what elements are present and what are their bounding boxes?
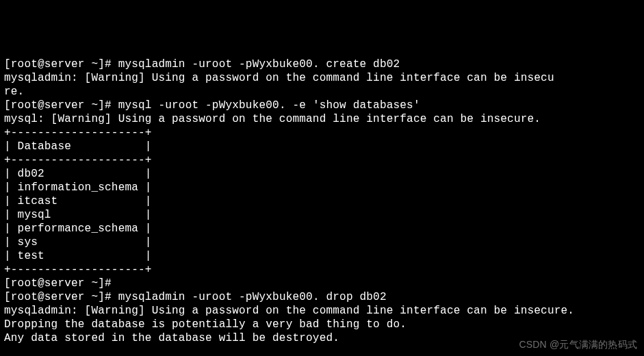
- terminal-output: mysqladmin: [Warning] Using a password o…: [4, 72, 554, 84]
- terminal-output: mysql: [Warning] Using a password on the…: [4, 113, 541, 125]
- table-row: | db02 |: [4, 168, 152, 180]
- command-text: mysqladmin -uroot -pWyxbuke00. create db…: [118, 58, 400, 71]
- blank-line: [4, 346, 11, 356]
- prompt: [root@server ~]#: [4, 99, 112, 112]
- table-row: | mysql |: [4, 209, 152, 221]
- terminal-line[interactable]: [root@server ~]#: [4, 277, 118, 290]
- command-text: mysqladmin -uroot -pWyxbuke00. drop db02: [118, 291, 387, 303]
- terminal-output: mysqladmin: [Warning] Using a password o…: [4, 305, 574, 317]
- terminal-output: Any data stored in the database will be …: [4, 332, 339, 344]
- table-row: | information_schema |: [4, 181, 152, 194]
- prompt: [root@server ~]#: [4, 291, 112, 303]
- table-border: +--------------------+: [4, 264, 152, 276]
- prompt: [root@server ~]#: [4, 277, 112, 290]
- terminal-line[interactable]: [root@server ~]# mysqladmin -uroot -pWyx…: [4, 58, 400, 71]
- terminal-line[interactable]: [root@server ~]# mysqladmin -uroot -pWyx…: [4, 291, 387, 303]
- table-row: | performance_schema |: [4, 222, 152, 235]
- table-border: +--------------------+: [4, 154, 152, 166]
- terminal-output: Dropping the database is potentially a v…: [4, 318, 407, 331]
- table-header: | Database |: [4, 140, 152, 153]
- terminal-line[interactable]: [root@server ~]# mysql -uroot -pWyxbuke0…: [4, 99, 420, 112]
- table-row: | itcast |: [4, 195, 152, 207]
- table-row: | test |: [4, 250, 152, 262]
- watermark: CSDN @元气满满的热码式: [519, 339, 637, 351]
- terminal-output: re.: [4, 86, 24, 98]
- prompt: [root@server ~]#: [4, 58, 112, 71]
- command-text: mysql -uroot -pWyxbuke00. -e 'show datab…: [118, 99, 420, 112]
- table-row: | sys |: [4, 236, 152, 249]
- table-border: +--------------------+: [4, 127, 152, 139]
